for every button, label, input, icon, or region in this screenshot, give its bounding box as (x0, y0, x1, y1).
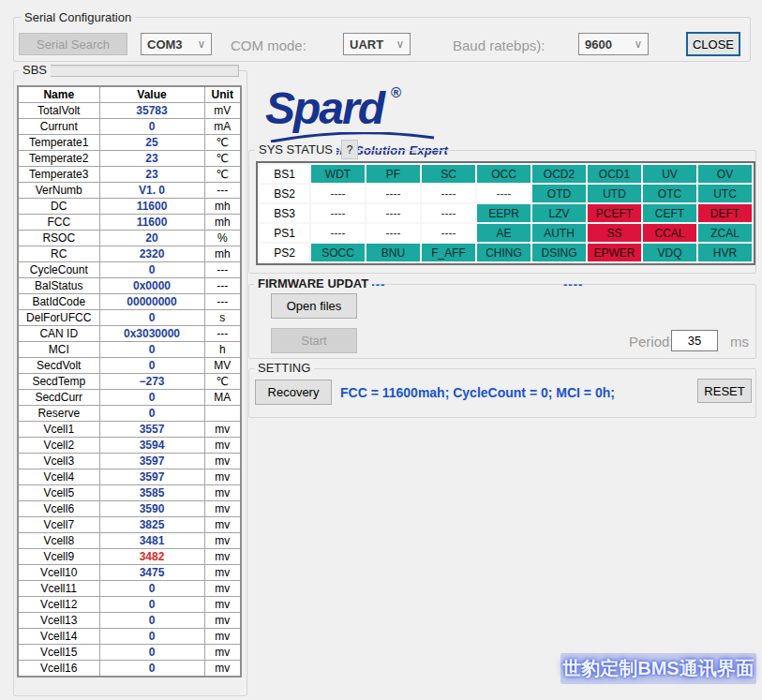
sbs-row-name: Vcell4 (18, 469, 99, 485)
reset-button[interactable]: RESET (697, 379, 752, 403)
sbs-row-name: SecdTemp (18, 374, 99, 390)
status-flag-cell: BNU (366, 244, 420, 261)
status-flag-cell: EPWER (588, 244, 641, 261)
sbs-row-name: Temperate3 (18, 167, 99, 183)
sbs-row-value: 0 (99, 406, 204, 422)
sys-status-row: BS3------------EEPRLZVPCEFTCEFTDEFT (260, 204, 752, 222)
table-row: Vcell110mv (18, 581, 241, 597)
table-row: Vcell73825mv (18, 517, 241, 533)
sbs-row-unit: --- (204, 183, 241, 199)
sbs-row-value: 3557 (99, 422, 204, 438)
sbs-row-name: Vcell8 (18, 533, 99, 549)
sbs-row-name: CAN ID (18, 326, 99, 342)
sbs-row-name: Vcell1 (18, 422, 99, 438)
setting-info-text: FCC = 11600mah; CycleCount = 0; MCI = 0h… (340, 385, 615, 400)
sys-row-label: BS2 (260, 185, 309, 202)
sbs-row-unit: mv (204, 422, 241, 438)
sbs-row-value: 3481 (99, 533, 204, 549)
sbs-row-name: DelForUFCC (18, 310, 99, 326)
sbs-row-name: FCC (18, 215, 99, 231)
period-label: Period: (629, 334, 674, 350)
status-flag-cell: UV (643, 165, 696, 183)
sbs-row-unit: --- (204, 326, 241, 342)
firmware-update-title: FIRMWARE UPDAT (254, 276, 372, 290)
sbs-row-value: 3585 (99, 485, 204, 501)
sbs-row-unit: mv (204, 533, 241, 549)
sbs-row-unit: mh (204, 246, 241, 262)
sbs-row-name: SecdCurr (18, 390, 99, 406)
sbs-row-value: 0 (99, 613, 204, 629)
sbs-row-name: Vcell5 (18, 485, 99, 501)
firmware-status-right: ---- (563, 277, 583, 291)
table-row: Vcell83481mv (18, 533, 241, 549)
sbs-row-unit: mA (204, 119, 241, 135)
status-flag-cell: WDT (311, 165, 365, 183)
table-row: TotalVolt35783mV (18, 103, 241, 119)
table-row: SecdCurr0MA (18, 390, 241, 406)
sbs-row-name: CycleCount (18, 262, 99, 278)
sbs-row-name: MCI (18, 342, 99, 358)
com-port-select[interactable]: COM3 ∨ (141, 33, 212, 55)
sbs-row-value: 35783 (99, 103, 204, 119)
status-flag-cell: SS (588, 224, 641, 242)
serial-search-button[interactable]: Serial Search (19, 33, 127, 55)
com-mode-label: COM mode: (231, 37, 306, 53)
open-files-button[interactable]: Open files (271, 293, 357, 319)
status-flag-cell: UTD (588, 185, 641, 202)
sbs-row-name: SecdVolt (18, 358, 99, 374)
table-row: Temperate223℃ (18, 151, 241, 167)
sbs-row-name: TotalVolt (18, 103, 99, 119)
status-flag-cell: PF (366, 165, 420, 183)
sbs-row-unit: mv (204, 565, 241, 581)
sbs-row-name: Vcell6 (18, 501, 99, 517)
period-input[interactable] (671, 330, 718, 351)
sbs-row-value: 11600 (99, 199, 204, 215)
start-button[interactable]: Start (271, 328, 357, 353)
sbs-progress-bar (45, 65, 239, 77)
sbs-row-value: 0 (99, 581, 204, 597)
status-flag-cell: ---- (477, 185, 530, 202)
status-flag-cell: HVR (698, 244, 752, 261)
status-flag-cell: DEFT (698, 204, 752, 222)
sbs-row-value: 0 (99, 597, 204, 613)
table-row: Vcell150mv (18, 645, 241, 661)
baud-rate-select[interactable]: 9600 ∨ (578, 33, 649, 55)
recovery-button[interactable]: Recovery (255, 380, 332, 405)
table-row: BatIdCode00000000--- (18, 294, 241, 310)
sbs-row-unit: --- (204, 278, 241, 294)
com-port-value: COM3 (142, 37, 192, 52)
table-row: Temperate125℃ (18, 135, 241, 151)
status-flag-cell: EEPR (477, 204, 530, 222)
sbs-row-value: 20 (99, 231, 204, 246)
period-unit-label: ms (730, 334, 749, 350)
sbs-row-value: −273 (99, 374, 204, 390)
sbs-row-unit: ℃ (204, 135, 241, 151)
sbs-row-value: 3475 (99, 565, 204, 581)
sbs-row-name: RC (18, 246, 99, 262)
sys-status-row: PS2SOCCBNUF_AFFCHINGDSINGEPWERVDQHVR (260, 244, 752, 261)
table-row: Vcell93482mv (18, 549, 241, 565)
table-row: RSOC20% (18, 231, 241, 246)
sbs-row-unit: MA (204, 390, 241, 406)
sbs-row-unit: MV (204, 358, 241, 374)
sbs-row-value: 0 (99, 310, 204, 326)
com-mode-select[interactable]: UART ∨ (343, 33, 411, 55)
table-row: Vcell13557mv (18, 422, 241, 438)
baud-rate-label: Baud ratebps): (453, 37, 545, 53)
table-row: RC2320mh (18, 246, 241, 262)
status-flag-cell: OCD2 (532, 165, 586, 183)
sbs-row-name: Vcell16 (18, 661, 99, 678)
table-row: Vcell160mv (18, 661, 241, 678)
sbs-row-name: Temperate1 (18, 135, 99, 151)
sbs-row-unit: mv (204, 629, 241, 645)
sbs-row-name: Vcell9 (18, 549, 99, 565)
sbs-row-unit: mv (204, 485, 241, 501)
table-row: FCC11600mh (18, 215, 241, 231)
sbs-row-unit (204, 406, 241, 422)
sbs-row-unit: --- (204, 294, 241, 310)
baud-rate-value: 9600 (579, 37, 629, 52)
sbs-row-unit: mv (204, 469, 241, 485)
help-button[interactable]: ? (341, 140, 358, 159)
sbs-row-value: 0 (99, 262, 204, 278)
close-button[interactable]: CLOSE (686, 32, 740, 56)
